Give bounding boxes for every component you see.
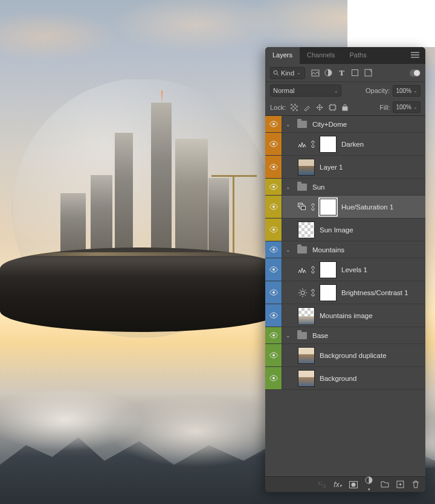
tab-channels[interactable]: Channels: [300, 47, 342, 64]
layer-item[interactable]: Mountains image: [265, 304, 425, 327]
page-background: [347, 0, 435, 47]
layer-name[interactable]: Mountains image: [320, 312, 373, 319]
new-adjustment-button[interactable]: ▾: [365, 476, 373, 492]
filter-shape-icon[interactable]: [350, 68, 359, 77]
visibility-toggle[interactable]: [265, 304, 282, 327]
delete-layer-button[interactable]: [412, 480, 420, 488]
layer-fx-button[interactable]: fx▾: [334, 480, 342, 489]
visibility-toggle[interactable]: [265, 179, 282, 195]
eye-icon: [269, 332, 279, 339]
layer-name[interactable]: Mountains: [312, 246, 344, 254]
layer-thumbnail[interactable]: [298, 370, 315, 387]
chevron-down-icon: ⌄: [334, 88, 338, 94]
layer-name[interactable]: Hue/Saturation 1: [341, 203, 393, 211]
layer-group[interactable]: ⌄Mountains: [265, 241, 425, 258]
layer-name[interactable]: City+Dome: [312, 121, 347, 128]
layer-name[interactable]: Sun Image: [320, 226, 353, 234]
filter-toggle[interactable]: [410, 69, 420, 77]
opacity-input[interactable]: 100%⌄: [393, 85, 420, 97]
lock-transparency-icon[interactable]: [290, 103, 298, 112]
layer-group[interactable]: ⌄Sun: [265, 179, 425, 196]
visibility-toggle[interactable]: [265, 258, 282, 281]
layer-name[interactable]: Sun: [312, 183, 324, 191]
disclosure-toggle[interactable]: ⌄: [286, 184, 293, 190]
tab-paths[interactable]: Paths: [343, 47, 374, 64]
layer-item[interactable]: Sun Image: [265, 219, 425, 241]
layer-name[interactable]: Levels 1: [341, 266, 367, 273]
panel-footer: fx▾ ▾: [265, 476, 425, 492]
eye-icon: [269, 203, 279, 210]
layer-name[interactable]: Background: [320, 375, 356, 382]
layer-mask-thumbnail[interactable]: [320, 284, 337, 301]
svg-point-19: [272, 249, 275, 251]
eye-icon: [269, 183, 279, 190]
visibility-toggle[interactable]: [265, 281, 282, 304]
filter-smartobject-icon[interactable]: [364, 68, 373, 77]
brightness-icon: [297, 287, 309, 298]
visibility-toggle[interactable]: [265, 327, 282, 343]
layer-thumbnail[interactable]: [298, 222, 315, 238]
layer-mask-thumbnail[interactable]: [320, 136, 337, 153]
link-layers-button[interactable]: [318, 482, 326, 488]
layer-item[interactable]: Brightness/Contrast 1: [265, 281, 425, 304]
blend-mode-select[interactable]: Normal ⌄: [270, 85, 341, 97]
layer-thumbnail[interactable]: [298, 159, 315, 176]
visibility-toggle[interactable]: [265, 116, 282, 132]
layer-mask-thumbnail[interactable]: [320, 199, 337, 215]
layer-name[interactable]: Layer 1: [320, 164, 343, 171]
filter-pixel-icon[interactable]: [311, 68, 320, 77]
lock-position-icon[interactable]: [315, 103, 324, 112]
svg-point-23: [272, 314, 275, 317]
filter-type-select[interactable]: Kind ⌄: [270, 67, 305, 79]
svg-rect-8: [330, 105, 335, 110]
layer-item[interactable]: Levels 1: [265, 258, 425, 281]
svg-point-18: [272, 229, 275, 231]
eye-icon: [269, 121, 279, 127]
filter-adjustment-icon[interactable]: [324, 68, 333, 77]
tab-layers[interactable]: Layers: [265, 47, 300, 64]
layer-mask-thumbnail[interactable]: [320, 261, 337, 278]
svg-point-25: [272, 354, 275, 357]
layer-item[interactable]: Hue/Saturation 1: [265, 196, 425, 219]
layer-name[interactable]: Base: [312, 332, 328, 339]
layer-name[interactable]: Background duplicate: [320, 352, 387, 359]
add-mask-button[interactable]: [349, 481, 358, 488]
link-icon: [309, 202, 317, 212]
layer-item[interactable]: Layer 1: [265, 156, 425, 179]
link-icon: [309, 264, 317, 275]
layer-thumbnail[interactable]: [298, 347, 315, 364]
lock-artboard-icon[interactable]: [328, 103, 337, 112]
disclosure-toggle[interactable]: ⌄: [286, 247, 293, 253]
eye-icon: [269, 352, 279, 359]
svg-point-21: [272, 292, 275, 294]
layer-item[interactable]: Background: [265, 367, 425, 390]
svg-point-22: [301, 291, 304, 295]
panel-menu-button[interactable]: [405, 47, 425, 64]
layer-name[interactable]: Darken: [341, 141, 364, 148]
visibility-toggle[interactable]: [265, 196, 282, 218]
layer-item[interactable]: Darken: [265, 133, 425, 156]
visibility-toggle[interactable]: [265, 133, 282, 155]
disclosure-toggle[interactable]: ⌄: [286, 121, 293, 127]
visibility-toggle[interactable]: [265, 367, 282, 389]
visibility-toggle[interactable]: [265, 344, 282, 366]
layer-group[interactable]: ⌄Base: [265, 327, 425, 344]
fill-input[interactable]: 100%⌄: [393, 101, 420, 113]
eye-icon: [269, 312, 279, 319]
filter-type-icon[interactable]: T: [337, 68, 346, 77]
new-group-button[interactable]: [381, 481, 389, 488]
new-layer-button[interactable]: [396, 480, 405, 488]
visibility-toggle[interactable]: [265, 156, 282, 178]
chevron-down-icon: ⌄: [413, 104, 417, 110]
layer-thumbnail[interactable]: [298, 307, 315, 324]
layer-name[interactable]: Brightness/Contrast 1: [341, 289, 408, 296]
visibility-toggle[interactable]: [265, 219, 282, 241]
lock-pixels-icon[interactable]: [303, 103, 311, 112]
folder-icon: [297, 332, 307, 339]
layer-item[interactable]: Background duplicate: [265, 344, 425, 367]
lock-all-icon[interactable]: [341, 103, 349, 112]
visibility-toggle[interactable]: [265, 241, 282, 258]
disclosure-toggle[interactable]: ⌄: [286, 333, 293, 339]
svg-rect-9: [343, 107, 347, 110]
layer-group[interactable]: ⌄City+Dome: [265, 116, 425, 133]
